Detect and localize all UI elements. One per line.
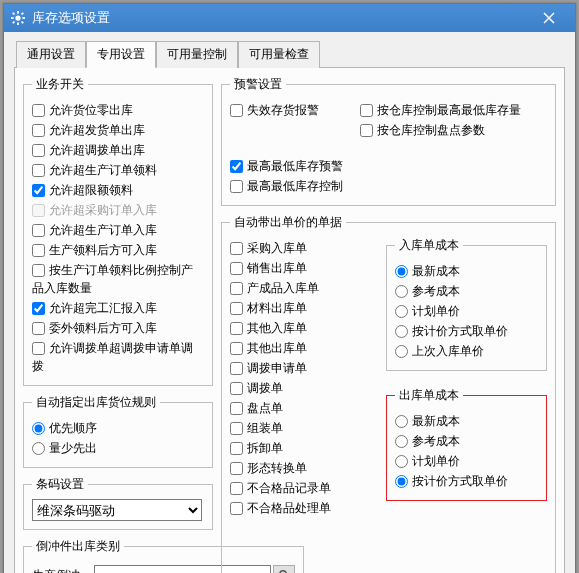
doc-check-12[interactable] <box>230 482 243 495</box>
gear-icon <box>10 10 26 26</box>
group-legend: 业务开关 <box>32 76 88 93</box>
tab-strip: 通用设置 专用设置 可用量控制 可用量检查 <box>16 41 565 68</box>
incost-radio-2[interactable] <box>395 305 408 318</box>
locate-radio-1[interactable] <box>32 442 45 455</box>
checkbox-label: 允许超完工汇报入库 <box>49 301 157 315</box>
checkbox-label: 允许超生产订单入库 <box>49 223 157 237</box>
doc-check-5[interactable] <box>230 342 243 355</box>
business-check-11[interactable] <box>32 342 45 355</box>
field-label: 生产倒冲： <box>32 567 94 574</box>
doc-check-9[interactable] <box>230 422 243 435</box>
tab-avail-control[interactable]: 可用量控制 <box>156 41 238 68</box>
group-auto-locate: 自动指定出库货位规则 优先顺序量少先出 <box>23 394 213 468</box>
checkbox-label: 最高最低库存控制 <box>247 179 343 193</box>
checkbox-label: 允许调拨单超调拨申请单调拨 <box>32 341 193 373</box>
group-legend: 出库单成本 <box>395 387 463 404</box>
checkbox-label: 不合格品记录单 <box>247 481 331 495</box>
checkbox-label: 允许超发货单出库 <box>49 123 145 137</box>
group-in-cost: 入库单成本 最新成本参考成本计划单价按计价方式取单价上次入库单价 <box>386 237 547 371</box>
outcost-radio-2[interactable] <box>395 455 408 468</box>
business-check-4[interactable] <box>32 184 45 197</box>
doc-check-4[interactable] <box>230 322 243 335</box>
checkbox-label: 最高最低库存预警 <box>247 159 343 173</box>
outcost-radio-3[interactable] <box>395 475 408 488</box>
checkbox-label: 盘点单 <box>247 401 283 415</box>
business-check-8[interactable] <box>32 264 45 277</box>
radio-label: 上次入库单价 <box>412 344 484 358</box>
group-legend: 自动指定出库货位规则 <box>32 394 160 411</box>
checkbox-label: 不合格品处理单 <box>247 501 331 515</box>
titlebar[interactable]: 库存选项设置 <box>4 4 575 32</box>
radio-label: 按计价方式取单价 <box>412 474 508 488</box>
checkbox-label: 失效存货报警 <box>247 103 319 117</box>
doc-check-1[interactable] <box>230 262 243 275</box>
checkbox-label: 材料出库单 <box>247 301 307 315</box>
alert-below-check-1[interactable] <box>230 180 243 193</box>
group-alert: 预警设置 失效存货报警 按仓库控制最高最低库存量按仓库控制盘点参数 最高最低库存… <box>221 76 556 206</box>
tab-general[interactable]: 通用设置 <box>16 41 86 68</box>
close-button[interactable] <box>529 7 569 29</box>
alert-below-check-0[interactable] <box>230 160 243 173</box>
checkbox-label: 按仓库控制最高最低库存量 <box>377 103 521 117</box>
doc-check-0[interactable] <box>230 242 243 255</box>
group-out-cost: 出库单成本 最新成本参考成本计划单价按计价方式取单价 <box>386 387 547 501</box>
incost-radio-4[interactable] <box>395 345 408 358</box>
business-check-6[interactable] <box>32 224 45 237</box>
alert-right-check-1[interactable] <box>360 124 373 137</box>
radio-label: 参考成本 <box>412 284 460 298</box>
business-check-2[interactable] <box>32 144 45 157</box>
radio-label: 计划单价 <box>412 454 460 468</box>
client-area: 通用设置 专用设置 可用量控制 可用量检查 业务开关 允许货位零出库允许超发货单… <box>4 32 575 573</box>
checkbox-label: 产成品入库单 <box>247 281 319 295</box>
group-legend: 倒冲件出库类别 <box>32 538 124 555</box>
business-check-1[interactable] <box>32 124 45 137</box>
barcode-driver-select[interactable]: 维深条码驱动 <box>32 499 202 521</box>
doc-check-11[interactable] <box>230 462 243 475</box>
checkbox-label: 销售出库单 <box>247 261 307 275</box>
close-icon <box>543 12 555 24</box>
incost-radio-1[interactable] <box>395 285 408 298</box>
incost-radio-3[interactable] <box>395 325 408 338</box>
incost-radio-0[interactable] <box>395 265 408 278</box>
checkbox-label: 允许超调拨单出库 <box>49 143 145 157</box>
checkbox-label: 允许货位零出库 <box>49 103 133 117</box>
group-legend: 自动带出单价的单据 <box>230 214 346 231</box>
business-check-3[interactable] <box>32 164 45 177</box>
doc-check-8[interactable] <box>230 402 243 415</box>
doc-check-10[interactable] <box>230 442 243 455</box>
outcost-radio-0[interactable] <box>395 415 408 428</box>
business-check-9[interactable] <box>32 302 45 315</box>
checkbox-label: 调拨申请单 <box>247 361 307 375</box>
checkbox-label: 允许超限额领料 <box>49 183 133 197</box>
checkbox-label: 允许超生产订单领料 <box>49 163 157 177</box>
alert-left-check-0[interactable] <box>230 104 243 117</box>
svg-line-6 <box>22 22 24 24</box>
svg-line-8 <box>13 22 15 24</box>
doc-check-3[interactable] <box>230 302 243 315</box>
checkbox-label: 按生产订单领料比例控制产品入库数量 <box>32 263 193 295</box>
tab-special[interactable]: 专用设置 <box>86 41 156 68</box>
business-check-7[interactable] <box>32 244 45 257</box>
business-check-10[interactable] <box>32 322 45 335</box>
doc-check-13[interactable] <box>230 502 243 515</box>
group-legend: 入库单成本 <box>395 237 463 254</box>
doc-check-2[interactable] <box>230 282 243 295</box>
outcost-radio-1[interactable] <box>395 435 408 448</box>
locate-radio-0[interactable] <box>32 422 45 435</box>
radio-label: 参考成本 <box>412 434 460 448</box>
group-business-switch: 业务开关 允许货位零出库允许超发货单出库允许超调拨单出库允许超生产订单领料允许超… <box>23 76 213 386</box>
doc-check-6[interactable] <box>230 362 243 375</box>
group-legend: 预警设置 <box>230 76 286 93</box>
business-check-5 <box>32 204 45 217</box>
doc-check-7[interactable] <box>230 382 243 395</box>
alert-right-check-0[interactable] <box>360 104 373 117</box>
checkbox-label: 允许超采购订单入库 <box>49 203 157 217</box>
checkbox-label: 生产领料后方可入库 <box>49 243 157 257</box>
checkbox-label: 拆卸单 <box>247 441 283 455</box>
svg-line-5 <box>13 13 15 15</box>
group-legend: 条码设置 <box>32 476 88 493</box>
checkbox-label: 其他入库单 <box>247 321 307 335</box>
tab-avail-check[interactable]: 可用量检查 <box>238 41 320 68</box>
business-check-0[interactable] <box>32 104 45 117</box>
checkbox-label: 按仓库控制盘点参数 <box>377 123 485 137</box>
